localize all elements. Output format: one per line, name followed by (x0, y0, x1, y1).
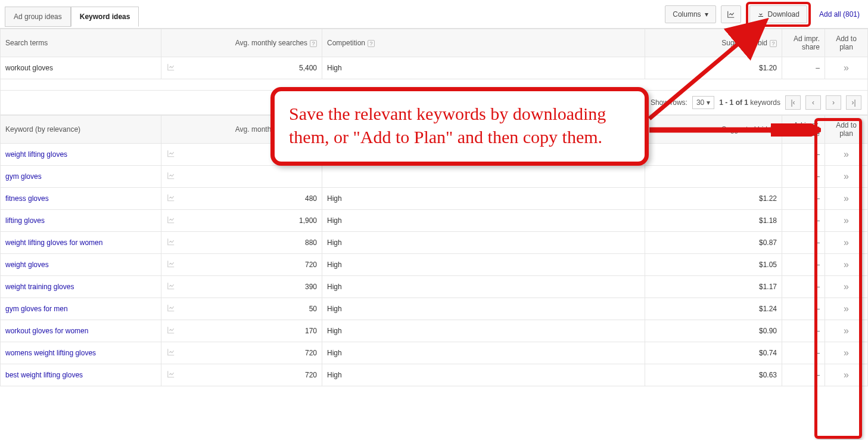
table-row: weight lifting gloves for women880High$0… (1, 232, 868, 254)
keyword-link[interactable]: weight gloves (5, 261, 49, 269)
help-icon[interactable]: ? (310, 40, 317, 47)
searches-value: 50 (309, 305, 317, 313)
table-row: gym gloves–» (1, 166, 868, 188)
tabs: Ad group ideas Keyword ideas (5, 6, 139, 26)
competition-cell (322, 166, 645, 188)
searches-value: 480 (305, 194, 317, 203)
searches-value: 1,900 (299, 216, 317, 225)
columns-button[interactable]: Columns ▾ (665, 5, 715, 23)
table-row: weight training gloves390High$1.17–» (1, 276, 868, 298)
table-row: workout gloves for women170High$0.90–» (1, 320, 868, 342)
pager-prev-button[interactable]: ‹ (805, 95, 821, 110)
searches-value: 880 (305, 238, 317, 247)
keyword-link[interactable]: workout gloves for women (5, 327, 88, 335)
competition-cell: High (322, 57, 645, 79)
keyword-link[interactable]: fitness gloves (5, 194, 49, 203)
searches-cell: 50 (161, 298, 322, 320)
searches-cell: 720 (161, 364, 322, 386)
trend-chart-icon[interactable] (166, 150, 176, 160)
header-search-terms[interactable]: Search terms (1, 29, 161, 57)
keyword-cell: weight training gloves (1, 276, 161, 298)
trend-chart-icon[interactable] (166, 63, 176, 73)
trend-chart-icon[interactable] (166, 304, 176, 314)
bid-cell: $1.05 (645, 254, 782, 276)
tab-keyword-ideas[interactable]: Keyword ideas (71, 7, 139, 27)
header-ad-impr-share[interactable]: Ad impr. share (782, 29, 825, 57)
keyword-cell: best weight lifting gloves (1, 364, 161, 386)
keyword-link[interactable]: best weight lifting gloves (5, 371, 83, 379)
keyword-link[interactable]: weight lifting gloves (5, 150, 67, 159)
chart-toggle-button[interactable] (721, 5, 741, 23)
columns-label: Columns (673, 10, 701, 18)
competition-cell: High (322, 364, 645, 386)
add-to-plan-button[interactable]: » (825, 57, 868, 79)
annotation-callout: Save the relevant keywords by downloadin… (270, 87, 649, 166)
table-row: fitness gloves480High$1.22–» (1, 188, 868, 210)
header-suggested-bid[interactable]: Suggested bid? (645, 116, 782, 144)
add-all-button[interactable]: Add all (801) (816, 10, 863, 19)
competition-cell: High (322, 298, 645, 320)
keyword-cell: gym gloves (1, 166, 161, 188)
pager-first-button[interactable]: |‹ (785, 95, 801, 110)
bid-cell: $1.24 (645, 298, 782, 320)
keyword-link[interactable]: gym gloves for men (5, 305, 68, 313)
trend-chart-icon[interactable] (166, 194, 176, 204)
bid-cell (645, 166, 782, 188)
tab-ad-group-ideas[interactable]: Ad group ideas (5, 7, 71, 27)
header-add-to-plan: Add to plan (825, 29, 868, 57)
bid-cell: $1.18 (645, 210, 782, 232)
bid-cell: $1.20 (645, 57, 782, 79)
bid-cell: $1.22 (645, 188, 782, 210)
competition-cell: High (322, 320, 645, 342)
header-keyword-relevance[interactable]: Keyword (by relevance) (1, 116, 161, 144)
trend-chart-icon[interactable] (166, 172, 176, 182)
searches-value: 720 (305, 371, 317, 379)
rows-per-page-select[interactable]: 30 ▾ (692, 96, 714, 109)
keyword-link[interactable]: gym gloves (5, 172, 42, 181)
searches-cell: 390 (161, 276, 322, 298)
keyword-cell: weight lifting gloves for women (1, 232, 161, 254)
chevron-down-icon: ▾ (707, 98, 710, 107)
competition-cell: High (322, 232, 645, 254)
keyword-cell: weight lifting gloves (1, 144, 161, 166)
toolbar: Ad group ideas Keyword ideas Columns ▾ D… (0, 0, 868, 29)
header-competition[interactable]: Competition? (322, 29, 645, 57)
keyword-cell: workout gloves (1, 57, 161, 79)
pager-next-button[interactable]: › (826, 95, 841, 110)
searches-cell: 480 (161, 188, 322, 210)
bid-cell: $0.87 (645, 232, 782, 254)
keyword-link[interactable]: weight training gloves (5, 283, 74, 291)
trend-chart-icon[interactable] (166, 348, 176, 358)
header-avg-searches[interactable]: Avg. monthly searches? (161, 29, 322, 57)
searches-cell: 720 (161, 342, 322, 364)
keyword-cell: workout gloves for women (1, 320, 161, 342)
trend-chart-icon[interactable] (166, 326, 176, 336)
download-button[interactable]: Download (749, 5, 807, 23)
chevron-down-icon: ▾ (705, 10, 708, 18)
help-icon[interactable]: ? (770, 40, 777, 47)
trend-chart-icon[interactable] (166, 216, 176, 226)
header-suggested-bid[interactable]: Suggested bid? (645, 29, 782, 57)
searches-cell: 1,900 (161, 210, 322, 232)
keyword-link[interactable]: weight lifting gloves for women (5, 238, 102, 247)
help-icon[interactable]: ? (770, 126, 777, 134)
competition-cell: High (322, 210, 645, 232)
pager-last-button[interactable]: ›| (846, 95, 861, 110)
competition-cell: High (322, 188, 645, 210)
help-icon[interactable]: ? (368, 40, 375, 47)
trend-chart-icon[interactable] (166, 370, 176, 380)
keyword-link[interactable]: lifting gloves (5, 216, 45, 225)
keyword-cell: fitness gloves (1, 188, 161, 210)
searches-value: 390 (305, 283, 317, 291)
competition-cell: High (322, 276, 645, 298)
bid-cell (645, 144, 782, 166)
keyword-link[interactable]: womens weight lifting gloves (5, 349, 96, 357)
keyword-cell: gym gloves for men (1, 298, 161, 320)
trend-chart-icon[interactable] (166, 238, 176, 248)
show-rows-label: Show rows: (651, 98, 687, 107)
download-label: Download (768, 10, 799, 18)
searches-value: 5,400 (299, 64, 317, 72)
trend-chart-icon[interactable] (166, 260, 176, 270)
trend-chart-icon[interactable] (166, 282, 176, 292)
download-highlight-box: Download (746, 2, 811, 27)
